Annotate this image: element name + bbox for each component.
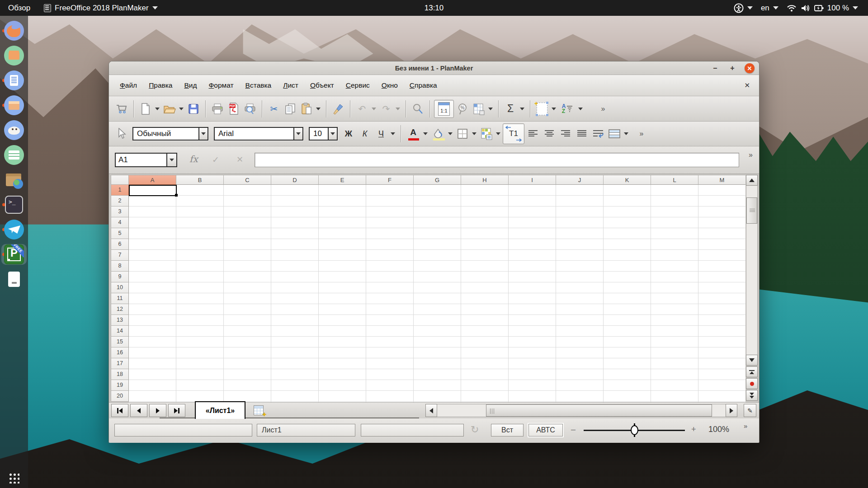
underline-button[interactable]: Ч xyxy=(373,125,389,143)
name-box-dropdown[interactable] xyxy=(166,154,176,166)
dock-item-firefox[interactable] xyxy=(1,20,27,41)
menu-правка[interactable]: Правка xyxy=(149,81,172,89)
text-orientation-button[interactable]: T1 xyxy=(503,123,524,144)
next-sheet-button[interactable] xyxy=(149,404,166,417)
underline-dropdown[interactable] xyxy=(391,132,395,135)
first-sheet-button[interactable] xyxy=(111,404,128,417)
pencil-corner-button[interactable]: ✎ xyxy=(744,404,756,417)
column-header-b[interactable]: B xyxy=(176,175,224,185)
minimize-button[interactable]: – xyxy=(710,63,720,73)
column-header-d[interactable]: D xyxy=(271,175,319,185)
align-center-button[interactable] xyxy=(542,125,557,143)
row-header-10[interactable]: 10 xyxy=(111,282,129,293)
horizontal-scroll-thumb[interactable] xyxy=(486,404,712,417)
zoom-out-button[interactable]: – xyxy=(571,425,576,434)
status-bar-more-button[interactable]: » xyxy=(744,422,747,430)
dock-item-tables[interactable] xyxy=(1,145,27,165)
close-button[interactable]: ✕ xyxy=(745,63,755,73)
column-header-m[interactable]: M xyxy=(698,175,745,185)
new-document-button[interactable] xyxy=(138,100,153,118)
print-preview-button[interactable] xyxy=(242,100,258,118)
font-color-dropdown[interactable] xyxy=(423,132,428,135)
align-justify-button[interactable] xyxy=(574,125,590,143)
dock-item-package[interactable] xyxy=(1,95,27,116)
previous-sheet-button[interactable] xyxy=(130,404,147,417)
previous-object-button[interactable] xyxy=(746,366,758,377)
print-button[interactable] xyxy=(210,100,225,118)
row-header-11[interactable]: 11 xyxy=(111,293,129,304)
row-header-20[interactable]: 20 xyxy=(111,391,129,402)
column-header-h[interactable]: H xyxy=(461,175,509,185)
sheet-tab-active[interactable]: «Лист1» xyxy=(195,401,245,419)
show-applications-button[interactable] xyxy=(9,473,19,483)
dock-item-software[interactable] xyxy=(1,169,27,190)
formula-bar-more-button[interactable]: » xyxy=(749,151,753,159)
dock-item-files[interactable] xyxy=(1,45,27,66)
horizontal-scroll-track[interactable] xyxy=(437,404,726,417)
sort-filter-button[interactable]: A Z xyxy=(558,100,576,118)
menu-лист[interactable]: Лист xyxy=(283,81,298,89)
cell-style-combo[interactable]: Обычный xyxy=(132,127,208,141)
cells-area[interactable] xyxy=(129,185,745,402)
row-header-14[interactable]: 14 xyxy=(111,326,129,337)
more-tools-button[interactable]: » xyxy=(595,100,611,118)
font-size-combo[interactable]: 10 xyxy=(309,127,338,141)
scroll-up-button[interactable] xyxy=(746,175,758,186)
format-painter-button[interactable] xyxy=(330,100,346,118)
dock-item-gimp[interactable] xyxy=(1,120,27,141)
row-header-3[interactable]: 3 xyxy=(111,206,129,217)
menu-окно[interactable]: Окно xyxy=(382,81,398,89)
cut-button[interactable]: ✂ xyxy=(266,100,282,118)
shop-cart-button[interactable] xyxy=(114,100,129,118)
autosum-dropdown[interactable] xyxy=(520,108,524,110)
redo-dropdown[interactable] xyxy=(396,108,400,110)
accessibility-menu[interactable] xyxy=(734,3,753,13)
vertical-scroll-track[interactable] xyxy=(746,186,758,355)
title-bar[interactable]: Без имени 1 - PlanMaker – + ✕ xyxy=(109,61,759,75)
caps-indicator-toggle[interactable]: АВТС xyxy=(528,424,563,436)
align-right-button[interactable] xyxy=(558,125,573,143)
add-sheet-button[interactable]: + xyxy=(253,405,266,417)
font-size-dropdown[interactable] xyxy=(328,128,337,140)
column-header-i[interactable]: I xyxy=(509,175,556,185)
scroll-down-button[interactable] xyxy=(746,355,758,366)
browse-object-button[interactable] xyxy=(746,378,758,389)
open-file-button[interactable] xyxy=(162,100,177,118)
row-header-1[interactable]: 1 xyxy=(111,185,129,196)
wrap-text-button[interactable] xyxy=(590,125,606,143)
more-format-button[interactable]: » xyxy=(634,125,649,143)
menu-файл[interactable]: Файл xyxy=(120,81,137,89)
menu-формат[interactable]: Формат xyxy=(209,81,234,89)
confirm-entry-button[interactable]: ✓ xyxy=(212,155,219,165)
undo-dropdown[interactable] xyxy=(372,108,376,110)
borders-button[interactable] xyxy=(455,125,470,143)
row-header-19[interactable]: 19 xyxy=(111,380,129,391)
row-header-4[interactable]: 4 xyxy=(111,217,129,228)
close-document-button[interactable]: ✕ xyxy=(744,81,750,89)
menu-справка[interactable]: Справка xyxy=(410,81,437,89)
merge-cells-dropdown[interactable] xyxy=(624,132,628,135)
dock-item-telegram[interactable] xyxy=(1,219,27,240)
select-all-corner[interactable] xyxy=(111,175,129,185)
freeze-panes-dropdown[interactable] xyxy=(488,108,493,110)
insert-function-button[interactable]: fx xyxy=(189,154,198,164)
row-header-7[interactable]: 7 xyxy=(111,250,129,261)
column-header-e[interactable]: E xyxy=(319,175,366,185)
row-header-9[interactable]: 9 xyxy=(111,272,129,282)
row-header-18[interactable]: 18 xyxy=(111,369,129,380)
export-pdf-button[interactable]: PDF xyxy=(226,100,241,118)
font-color-button[interactable]: A xyxy=(405,125,421,143)
dock-item-text-document[interactable] xyxy=(1,269,27,290)
row-header-8[interactable]: 8 xyxy=(111,261,129,272)
font-combo[interactable]: Arial xyxy=(214,127,303,141)
merge-cells-button[interactable] xyxy=(607,125,622,143)
search-button[interactable] xyxy=(410,100,425,118)
zoom-slider-handle[interactable] xyxy=(631,425,638,435)
activities-button[interactable]: Обзор xyxy=(6,4,32,13)
scroll-right-button[interactable] xyxy=(726,404,737,417)
paste-dropdown[interactable] xyxy=(316,108,321,110)
zoom-level-label[interactable]: 100% xyxy=(708,425,729,434)
menu-объект[interactable]: Объект xyxy=(310,81,334,89)
cell-format-dropdown[interactable] xyxy=(496,132,500,135)
menu-вставка[interactable]: Вставка xyxy=(245,81,272,89)
